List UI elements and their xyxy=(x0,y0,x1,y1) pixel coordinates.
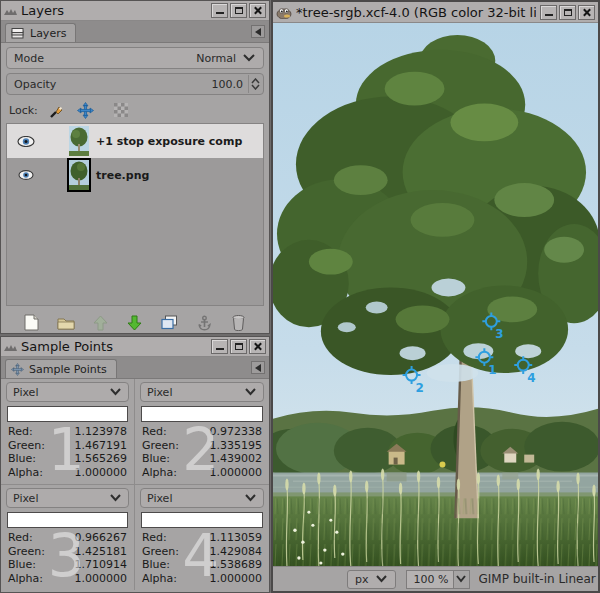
lower-layer-button[interactable] xyxy=(123,311,147,335)
sample-1-mode-value: Pixel xyxy=(13,386,38,399)
sample-points-dialog: Sample Points Sample Points Pixel xyxy=(0,336,270,593)
minimize-button[interactable] xyxy=(211,339,228,354)
zoom-value: 100 % xyxy=(414,573,449,586)
new-layer-icon xyxy=(24,314,39,331)
layer-thumbnail xyxy=(69,160,89,190)
checkerboard-icon xyxy=(114,103,128,117)
layers-title: Layers xyxy=(21,3,207,18)
duplicate-layer-button[interactable] xyxy=(158,311,182,335)
anchor-layer-button[interactable] xyxy=(192,311,216,335)
lock-position-button[interactable] xyxy=(76,101,96,119)
alpha-value: 1.000000 xyxy=(75,572,128,586)
duplicate-icon xyxy=(161,315,178,330)
sample-point-icon xyxy=(11,363,24,376)
maximize-button[interactable] xyxy=(559,5,576,20)
minimize-icon xyxy=(545,9,553,16)
sample-3-mode-select[interactable]: Pixel xyxy=(6,488,129,508)
alpha-value: 1.000000 xyxy=(210,466,263,480)
layer-name: +1 stop exposure comp xyxy=(96,135,242,148)
close-button[interactable] xyxy=(249,3,266,18)
visibility-toggle[interactable] xyxy=(7,170,45,180)
sample-2-mode-select[interactable]: Pixel xyxy=(140,382,264,402)
layers-tabbar: Layers xyxy=(1,21,269,43)
minimize-button[interactable] xyxy=(211,3,228,18)
unit-select[interactable]: px xyxy=(347,570,396,589)
eye-icon xyxy=(18,170,34,180)
sample-4-mode-value: Pixel xyxy=(147,492,172,505)
alpha-label: Alpha: xyxy=(142,466,177,480)
delete-layer-button[interactable] xyxy=(227,311,251,335)
visibility-toggle[interactable] xyxy=(7,136,45,147)
image-statusbar: px 100 % GIMP built-in Linear ... xyxy=(273,566,598,591)
tab-layers[interactable]: Layers xyxy=(5,23,76,42)
layers-toolbar xyxy=(6,306,264,339)
layers-list: +1 stop exposure comp tree.png xyxy=(6,123,264,306)
sample-points-title: Sample Points xyxy=(21,339,207,354)
status-message: GIMP built-in Linear ... xyxy=(479,572,599,586)
lock-pixels-button[interactable] xyxy=(47,101,67,119)
sample-points-titlebar[interactable]: Sample Points xyxy=(1,337,269,357)
tab-layers-label: Layers xyxy=(30,27,66,40)
blue-label: Blue: xyxy=(142,558,170,572)
tab-menu-icon xyxy=(255,28,261,36)
image-canvas[interactable]: 1 2 3 4 xyxy=(273,23,598,566)
new-group-button[interactable] xyxy=(54,311,78,335)
lock-alpha-button[interactable] xyxy=(111,101,131,119)
close-button[interactable] xyxy=(249,339,266,354)
alpha-label: Alpha: xyxy=(8,466,43,480)
window-icon xyxy=(4,6,17,16)
zoom-input[interactable]: 100 % xyxy=(406,570,454,589)
svg-text:4: 4 xyxy=(527,371,535,385)
layers-titlebar[interactable]: Layers xyxy=(1,1,269,21)
maximize-button[interactable] xyxy=(230,3,247,18)
new-layer-button[interactable] xyxy=(19,311,43,335)
chevron-down-icon xyxy=(375,575,388,583)
mode-label: Mode xyxy=(14,52,44,65)
sample-3-color-swatch xyxy=(7,512,128,528)
minimize-icon xyxy=(216,7,224,14)
lower-arrow-icon xyxy=(127,315,142,331)
sample-4-color-swatch xyxy=(141,512,263,528)
opacity-slider[interactable]: Opacity 100.0 xyxy=(6,73,264,95)
tab-menu-icon xyxy=(255,364,261,372)
spin-down-icon xyxy=(251,84,260,90)
anchor-icon xyxy=(197,315,212,331)
alpha-value: 1.000000 xyxy=(75,466,128,480)
minimize-button[interactable] xyxy=(540,5,557,20)
blue-value: 1.439002 xyxy=(210,452,263,466)
green-value: 1.425181 xyxy=(75,545,128,559)
sample-point-2-panel: Pixel 2 Red:0.972338 Green:1.335195 Blue… xyxy=(135,379,269,485)
layers-icon xyxy=(11,28,25,39)
maximize-icon xyxy=(564,9,572,16)
layer-row-tree-png[interactable]: tree.png xyxy=(7,158,263,192)
sample-point-3-panel: Pixel 3 Red:0.966267 Green:1.425181 Blue… xyxy=(1,485,135,590)
layer-mode-select[interactable]: Mode Normal xyxy=(6,47,264,69)
sample-1-mode-select[interactable]: Pixel xyxy=(6,382,129,402)
window-icon xyxy=(4,342,17,352)
red-value: 0.966267 xyxy=(75,531,128,545)
alpha-label: Alpha: xyxy=(8,572,43,586)
maximize-button[interactable] xyxy=(230,339,247,354)
opacity-spinner[interactable] xyxy=(248,75,261,93)
tab-menu-button[interactable] xyxy=(251,25,265,38)
raise-layer-button[interactable] xyxy=(88,311,112,335)
chevron-down-icon xyxy=(109,388,122,396)
image-window-titlebar[interactable]: *tree-srgb.xcf-4.0 (RGB color 32-bit lin xyxy=(273,2,598,23)
raise-arrow-icon xyxy=(93,315,108,331)
blue-value: 1.565269 xyxy=(75,452,128,466)
green-label: Green: xyxy=(142,439,179,453)
layer-row-exposure-comp[interactable]: +1 stop exposure comp xyxy=(7,124,263,158)
maximize-icon xyxy=(235,7,243,14)
tab-menu-button[interactable] xyxy=(251,361,265,374)
svg-text:1: 1 xyxy=(488,363,496,377)
sample-3-mode-value: Pixel xyxy=(13,492,38,505)
svg-text:3: 3 xyxy=(495,327,503,341)
close-icon xyxy=(253,342,262,351)
sample-point-4-panel: Pixel 4 Red:1.113059 Green:1.429084 Blue… xyxy=(135,485,269,590)
sample-4-mode-select[interactable]: Pixel xyxy=(140,488,264,508)
zoom-dropdown-button[interactable] xyxy=(454,570,470,589)
tab-sample-points[interactable]: Sample Points xyxy=(5,359,117,378)
tree-photo: 1 2 3 4 xyxy=(273,23,598,566)
close-button[interactable] xyxy=(578,5,595,20)
unit-value: px xyxy=(355,573,369,586)
